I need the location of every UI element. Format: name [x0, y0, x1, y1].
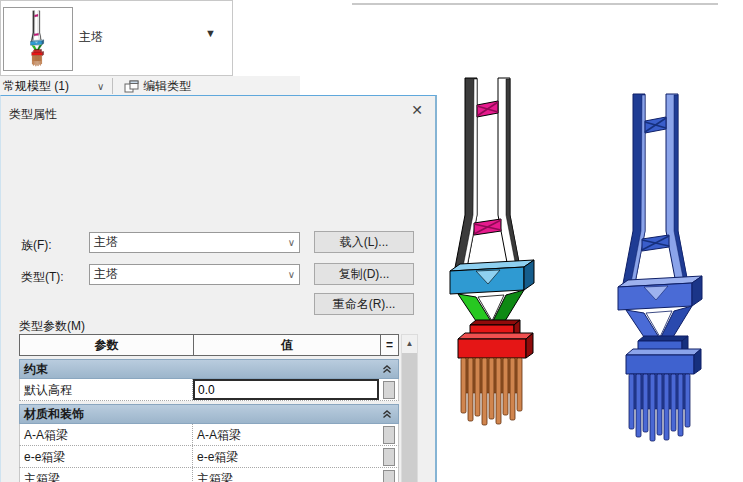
collapse-icon[interactable] — [382, 364, 392, 374]
dropdown-arrow-icon[interactable]: ▼ — [205, 27, 216, 39]
group-label: 约束 — [24, 361, 382, 378]
tower-3d-shaded-view[interactable] — [448, 75, 548, 435]
param-name: 主箱梁 — [20, 468, 193, 482]
associate-param-button[interactable] — [383, 448, 395, 466]
param-name: 默认高程 — [20, 379, 193, 400]
type-value: 主塔 — [94, 266, 288, 283]
parameter-row: 主箱梁主箱梁 — [19, 468, 399, 482]
parameter-row: e-e箱梁e-e箱梁 — [19, 446, 399, 468]
close-icon[interactable]: ✕ — [396, 98, 438, 122]
group-label: 材质和装饰 — [24, 406, 382, 423]
group-row[interactable]: 约束 — [19, 359, 399, 379]
properties-palette-header: 常规模型 (1) ∨ 编辑类型 — [0, 76, 300, 96]
associate-param-button[interactable] — [383, 426, 395, 444]
edit-type-label: 编辑类型 — [143, 78, 191, 95]
window-edge-line — [352, 3, 718, 5]
family-value: 主塔 — [94, 234, 288, 251]
category-filter[interactable]: 常规模型 (1) — [0, 78, 69, 95]
rename-button[interactable]: 重命名(R)... — [314, 293, 414, 315]
param-name: e-e箱梁 — [20, 446, 193, 467]
screenshot-root: 主塔 ▼ 常规模型 (1) ∨ 编辑类型 类型属性 ✕ 族(F): 主塔 ∨ 载… — [0, 0, 743, 482]
param-name: A-A箱梁 — [20, 424, 193, 445]
type-parameters-label: 类型参数(M) — [19, 318, 85, 335]
group-row[interactable]: 材质和装饰 — [19, 404, 399, 424]
value-column-header: 值 — [194, 335, 381, 355]
param-value[interactable]: A-A箱梁 — [197, 428, 241, 442]
load-button[interactable]: 载入(L)... — [314, 231, 414, 253]
parameters-table: 参数 值 = 约束默认高程材质和装饰A-A箱梁A-A箱梁e-e箱梁e-e箱梁主箱… — [19, 334, 399, 482]
type-properties-dialog: 类型属性 ✕ 族(F): 主塔 ∨ 载入(L)... 类型(T): 主塔 ∨ 复… — [0, 95, 437, 482]
collapse-icon[interactable] — [382, 409, 392, 419]
type-thumbnail — [3, 7, 73, 71]
family-combobox[interactable]: 主塔 ∨ — [89, 232, 300, 253]
chevron-down-icon[interactable]: ∨ — [97, 81, 104, 92]
type-selector[interactable]: 主塔 ▼ — [0, 0, 233, 76]
scroll-up-icon[interactable]: ▲ — [402, 335, 417, 351]
duplicate-button[interactable]: 复制(D)... — [314, 263, 414, 285]
param-column-header: 参数 — [20, 335, 194, 355]
edit-type-button[interactable]: 编辑类型 — [118, 77, 197, 96]
dialog-title: 类型属性 — [9, 106, 57, 123]
tower-3d-blue-view[interactable] — [616, 90, 716, 452]
divider — [112, 78, 113, 94]
parameter-row: 默认高程 — [19, 379, 399, 401]
associate-param-button[interactable] — [383, 381, 395, 399]
table-header-row: 参数 值 = — [19, 334, 399, 356]
selected-type-label: 主塔 — [79, 29, 103, 46]
table-body: 约束默认高程材质和装饰A-A箱梁A-A箱梁e-e箱梁e-e箱梁主箱梁主箱梁支塔支… — [19, 359, 399, 482]
chevron-down-icon: ∨ — [288, 269, 295, 280]
family-label: 族(F): — [21, 237, 52, 254]
associate-param-button[interactable] — [383, 470, 395, 482]
param-value[interactable]: 主箱梁 — [197, 472, 233, 482]
chevron-down-icon: ∨ — [288, 237, 295, 248]
parameter-row: A-A箱梁A-A箱梁 — [19, 424, 399, 446]
param-value[interactable]: e-e箱梁 — [197, 450, 238, 464]
table-scrollbar[interactable]: ▲ — [401, 334, 418, 482]
scrollbar-thumb[interactable] — [402, 353, 417, 482]
value-input[interactable] — [193, 379, 379, 400]
edit-type-icon — [124, 80, 139, 93]
tower-thumbnail-icon — [30, 10, 46, 68]
type-label: 类型(T): — [21, 269, 64, 286]
associate-column-header: = — [381, 335, 398, 355]
type-combobox[interactable]: 主塔 ∨ — [89, 264, 300, 285]
